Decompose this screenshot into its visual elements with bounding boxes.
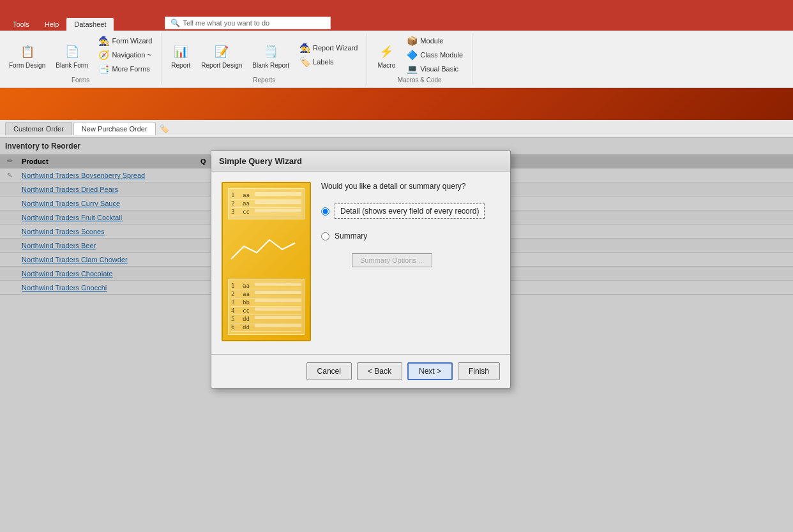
- forms-small-buttons: 🧙 Form Wizard 🧭 Navigation ~ 📑 More Form…: [94, 34, 156, 75]
- next-button[interactable]: Next >: [407, 362, 453, 380]
- cancel-button[interactable]: Cancel: [306, 362, 352, 380]
- main-area: Inventory to Reorder ✏ Product Q ✎ North…: [0, 138, 793, 532]
- tab-customer-order[interactable]: Customer Order: [5, 122, 72, 135]
- more-forms-button[interactable]: 📑 More Forms: [94, 63, 156, 75]
- blank-form-icon: 📄: [62, 41, 82, 62]
- simple-query-wizard-dialog: Simple Query Wizard 1 aa 2 aa: [211, 151, 511, 388]
- tab-tools[interactable]: Tools: [5, 18, 37, 31]
- summary-options-button[interactable]: Summary Options ...: [352, 253, 432, 267]
- finish-button[interactable]: Finish: [458, 362, 500, 380]
- wizard-row: 3 cc: [231, 208, 301, 216]
- summary-option[interactable]: Summary: [321, 232, 500, 240]
- reports-small-buttons: 🧙 Report Wizard 🏷️ Labels: [296, 41, 361, 68]
- report-design-icon: 📝: [211, 41, 232, 62]
- labels-icon: 🏷️: [299, 57, 310, 67]
- top-bar: [0, 0, 793, 14]
- tab-new-purchase-order[interactable]: New Purchase Order: [73, 122, 156, 135]
- form-wizard-button[interactable]: 🧙 Form Wizard: [94, 34, 156, 47]
- tab-help[interactable]: Help: [37, 18, 67, 31]
- detail-label[interactable]: Detail (shows every field of every recor…: [335, 203, 485, 219]
- wizard-row: 4 cc: [231, 307, 301, 315]
- ribbon: 📋 Form Design 📄 Blank Form 🧙 Form Wizard…: [0, 31, 793, 88]
- tab-icon: 🏷️: [160, 124, 169, 133]
- module-button[interactable]: 📦 Module: [403, 34, 467, 47]
- macros-small-buttons: 📦 Module 🔷 Class Module 💻 Visual Basic: [403, 34, 467, 75]
- report-wizard-button[interactable]: 🧙 Report Wizard: [296, 41, 361, 54]
- form-wizard-icon: 🧙: [98, 36, 109, 46]
- class-module-icon: 🔷: [407, 50, 418, 60]
- dialog-question: Would you like a detail or summary query…: [321, 182, 500, 191]
- macros-items: ⚡ Macro 📦 Module 🔷 Class Module 💻 Visual…: [372, 34, 467, 75]
- report-icon: 📊: [170, 41, 191, 62]
- forms-label: Forms: [72, 77, 89, 84]
- blank-report-icon: 🗒️: [261, 41, 281, 62]
- detail-option[interactable]: Detail (shows every field of every recor…: [321, 203, 500, 219]
- wizard-row: 2 aa: [231, 200, 301, 208]
- ribbon-group-forms: 📋 Form Design 📄 Blank Form 🧙 Form Wizard…: [0, 33, 162, 85]
- wizard-illustration: 1 aa 2 aa 3 cc: [222, 182, 311, 341]
- class-module-button[interactable]: 🔷 Class Module: [403, 48, 467, 61]
- ribbon-group-macros: ⚡ Macro 📦 Module 🔷 Class Module 💻 Visual…: [367, 33, 472, 85]
- visual-basic-button[interactable]: 💻 Visual Basic: [403, 63, 467, 75]
- navigation-icon: 🧭: [98, 50, 109, 60]
- back-button[interactable]: < Back: [357, 362, 402, 380]
- wizard-table-bottom: 1 aa 2 aa 3 bb 4: [228, 279, 305, 335]
- wizard-row: 6 dd: [231, 323, 301, 332]
- reports-label: Reports: [253, 77, 275, 84]
- forms-items: 📋 Form Design 📄 Blank Form 🧙 Form Wizard…: [5, 34, 156, 75]
- wizard-table-top: 1 aa 2 aa 3 cc: [228, 188, 305, 219]
- dialog-footer: Cancel < Back Next > Finish: [211, 357, 510, 388]
- summary-label[interactable]: Summary: [335, 232, 367, 240]
- visual-basic-icon: 💻: [407, 64, 418, 74]
- wizard-row: 1 aa: [231, 282, 301, 290]
- dialog-right-panel: Would you like a detail or summary query…: [321, 182, 500, 341]
- wizard-row: 2 aa: [231, 290, 301, 299]
- report-button[interactable]: 📊 Report: [167, 40, 195, 70]
- form-design-icon: 📋: [17, 41, 38, 62]
- navigation-button[interactable]: 🧭 Navigation ~: [94, 48, 156, 61]
- ribbon-group-reports: 📊 Report 📝 Report Design 🗒️ Blank Report…: [162, 33, 367, 85]
- tab-bar: Customer Order New Purchase Order 🏷️: [0, 120, 793, 138]
- tab-datasheet[interactable]: Datasheet: [66, 18, 114, 31]
- blank-report-button[interactable]: 🗒️ Blank Report: [248, 40, 293, 70]
- module-icon: 📦: [407, 36, 418, 46]
- macro-button[interactable]: ⚡ Macro: [372, 40, 400, 70]
- report-design-button[interactable]: 📝 Report Design: [197, 40, 246, 70]
- dialog-title: Simple Query Wizard: [211, 151, 510, 172]
- summary-radio[interactable]: [321, 232, 329, 240]
- dialog-body: 1 aa 2 aa 3 cc: [211, 172, 510, 351]
- more-forms-icon: 📑: [98, 64, 109, 74]
- labels-button[interactable]: 🏷️ Labels: [296, 55, 361, 68]
- ribbon-tabs: Tools Help Datasheet 🔍 Tell me what you …: [0, 14, 793, 31]
- macros-label: Macros & Code: [398, 77, 442, 84]
- wizard-row: 3 bb: [231, 299, 301, 307]
- reports-items: 📊 Report 📝 Report Design 🗒️ Blank Report…: [167, 34, 361, 75]
- report-wizard-icon: 🧙: [299, 43, 310, 53]
- dialog-divider: [211, 354, 510, 355]
- wizard-row: 5 dd: [231, 315, 301, 323]
- orange-bar: [0, 88, 793, 120]
- blank-form-button[interactable]: 📄 Blank Form: [52, 40, 92, 70]
- detail-radio[interactable]: [321, 207, 329, 216]
- form-design-button[interactable]: 📋 Form Design: [5, 40, 49, 70]
- search-placeholder: Tell me what you want to do: [183, 19, 269, 27]
- wizard-row: 1 aa: [231, 191, 301, 200]
- macro-icon: ⚡: [376, 41, 396, 62]
- wizard-chart: [228, 233, 305, 265]
